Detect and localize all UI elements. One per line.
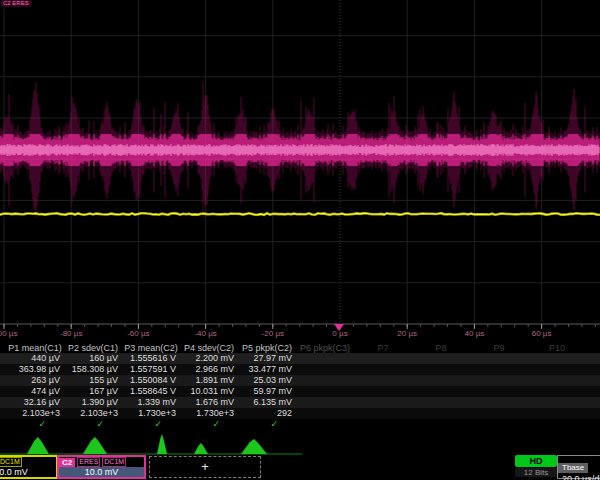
top-left-overlay-label: C2 ERES [1, 0, 31, 7]
c2-channel-chip: C2 [59, 458, 75, 467]
plus-icon: + [201, 459, 209, 474]
time-axis-tick-label: 40 µs [465, 329, 485, 338]
time-axis-tick-label: 20 µs [397, 329, 417, 338]
time-axis-tick-label: -100 µs [0, 329, 17, 338]
histicon-peak[interactable] [194, 443, 208, 454]
channel-c1-descriptor[interactable]: DC1M 10.0 mV [0, 455, 58, 479]
time-axis-tick-label: -60 µs [127, 329, 149, 338]
histicon-peak[interactable] [83, 437, 107, 454]
c2-coupling-tag: DC1M [102, 457, 126, 467]
measure-p3-value: 1.555616 V [122, 353, 176, 364]
hd-mode-badge[interactable]: HD [515, 455, 557, 467]
oscilloscope-screen: C2 ERES -100 µs-80 µs-60 µs-40 µs-20 µs0… [0, 0, 600, 480]
measure-param-header-p10[interactable]: P10 [528, 343, 586, 354]
measurement-histicons[interactable] [0, 429, 600, 456]
measure-p1-mean: 363.98 µV [6, 364, 60, 375]
measure-param-header-p8[interactable]: P8 [412, 343, 470, 354]
timebase-descriptor[interactable]: Tbase 20.0 µs/div [557, 455, 600, 479]
measure-param-header-p7[interactable]: P7 [354, 343, 412, 354]
measure-p4-sdev: 1.676 mV [180, 397, 234, 408]
measure-p3-num: 1.730e+3 [122, 408, 176, 419]
measure-p4-mean: 2.966 mV [180, 364, 234, 375]
measure-p1-sdev: 32.16 µV [6, 397, 60, 408]
waveform-graticule [0, 0, 600, 332]
time-axis-tick-label: 0 µs [332, 329, 347, 338]
c1-coupling-tag: DC1M [0, 457, 22, 467]
measure-p2-num: 2.103e+3 [64, 408, 118, 419]
time-axis-tick-label: 60 µs [532, 329, 552, 338]
measure-p5-num: 292 [238, 408, 292, 419]
measure-p3-max: 1.558645 V [122, 386, 176, 397]
measure-p5-mean: 33.477 mV [238, 364, 292, 375]
timebase-title: Tbase [558, 463, 588, 473]
measure-p4-value: 2.200 mV [180, 353, 234, 364]
time-axis-tick-label: -20 µs [262, 329, 284, 338]
measure-p1-max: 474 µV [6, 386, 60, 397]
measure-p3-min: 1.550084 V [122, 375, 176, 386]
measure-p2-sdev: 1.390 µV [64, 397, 118, 408]
measure-p4-max: 10.031 mV [180, 386, 234, 397]
measure-p5-sdev: 6.135 mV [238, 397, 292, 408]
measure-param-header-p6[interactable]: P6 pkpk(C3) [296, 343, 354, 354]
add-new-trace-button[interactable]: + [149, 456, 261, 478]
timebase-scale: 20.0 µs/div [558, 474, 600, 480]
measure-p2-mean: 158.308 µV [64, 364, 118, 375]
c1-vertical-scale: 10.0 mV [0, 467, 56, 477]
c2-vertical-scale: 10.0 mV [59, 467, 144, 477]
measure-p5-value: 27.97 mV [238, 353, 292, 364]
histicon-peak[interactable] [241, 439, 267, 454]
measure-p1-num: 2.103e+3 [6, 408, 60, 419]
trace-c1 [0, 213, 600, 215]
measure-p2-min: 155 µV [64, 375, 118, 386]
hd-bits-label: 12 Bits [515, 468, 557, 477]
time-axis-tick-label: -80 µs [60, 329, 82, 338]
histicon-peak[interactable] [157, 434, 167, 454]
c2-eres-tag: ERES [77, 457, 100, 467]
measure-p5-max: 59.97 mV [238, 386, 292, 397]
measure-p5-min: 25.03 mV [238, 375, 292, 386]
measure-p3-sdev: 1.339 mV [122, 397, 176, 408]
trace-c2 [0, 83, 599, 218]
measure-p1-value: 440 µV [6, 353, 60, 364]
measure-p2-value: 160 µV [64, 353, 118, 364]
measure-param-header-p9[interactable]: P9 [470, 343, 528, 354]
measure-p2-max: 167 µV [64, 386, 118, 397]
channel-c2-descriptor[interactable]: C2 ERES DC1M 10.0 mV [57, 455, 146, 479]
measure-p4-min: 1.891 mV [180, 375, 234, 386]
time-axis-tick-label: -40 µs [194, 329, 216, 338]
measure-p1-min: 263 µV [6, 375, 60, 386]
histicon-peak[interactable] [27, 437, 49, 454]
measure-p4-num: 1.730e+3 [180, 408, 234, 419]
measure-p3-mean: 1.557591 V [122, 364, 176, 375]
